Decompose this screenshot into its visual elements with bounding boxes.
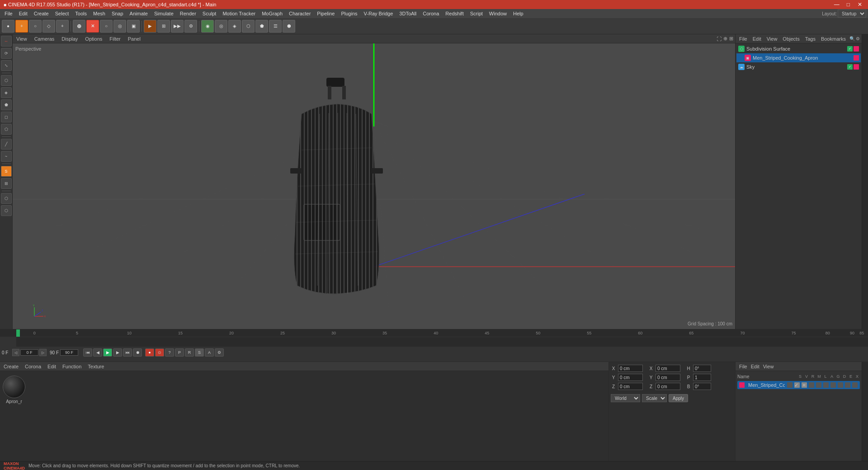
pb-help[interactable]: ?	[165, 348, 174, 357]
props-ind-m[interactable]	[809, 382, 814, 388]
mat-menu-texture[interactable]: Texture	[86, 363, 106, 370]
viewport[interactable]: Perspective	[13, 43, 735, 329]
timeline-track[interactable]	[16, 337, 868, 347]
minimize-btn[interactable]: —	[832, 1, 841, 8]
props-ind-e[interactable]	[845, 382, 850, 388]
mat-menu-function[interactable]: Function	[61, 363, 83, 370]
menu-item-plugins[interactable]: Plugins	[338, 10, 360, 17]
mat-menu-edit[interactable]: Edit	[46, 363, 58, 370]
menu-item-mograph[interactable]: MoGraph	[259, 10, 285, 17]
menu-item-animate[interactable]: Animate	[127, 10, 151, 17]
tool-paint[interactable]: ⬡	[1, 193, 12, 204]
toolbar-mode-object[interactable]: ●	[2, 20, 14, 33]
object-row-subdivision[interactable]: ⬡ Subdivision Surface ✓	[736, 44, 861, 53]
obj-menu-bookmarks[interactable]: Bookmarks	[819, 35, 848, 42]
vp-menu-options[interactable]: Options	[83, 35, 104, 42]
toolbar-display-quick[interactable]: ◈	[228, 20, 241, 33]
vp-menu-panel[interactable]: Panel	[126, 35, 142, 42]
toolbar-select-all[interactable]: ⊕	[73, 20, 85, 33]
toolbar-display-lines[interactable]: ☰	[269, 20, 282, 33]
obj-menu-objects[interactable]: Objects	[781, 35, 801, 42]
coord-input-z[interactable]	[618, 383, 643, 390]
menu-item-corona[interactable]: Corona	[420, 10, 442, 17]
menu-item-redshift[interactable]: Redshift	[443, 10, 466, 17]
tool-ring[interactable]: ◻	[1, 112, 12, 122]
window-controls[interactable]: — □ ✕	[832, 1, 864, 8]
tool-line[interactable]: ╱	[1, 139, 12, 150]
coord-input-sz[interactable]	[693, 383, 711, 390]
layout-dropdown[interactable]: Startup	[838, 9, 866, 18]
tool-polygon[interactable]: ⬡	[1, 75, 12, 86]
coord-input-h[interactable]	[656, 365, 680, 372]
menu-item-simulate[interactable]: Simulate	[151, 10, 176, 17]
mat-menu-create[interactable]: Create	[2, 363, 20, 370]
apply-button[interactable]: Apply	[669, 394, 688, 402]
pb-record-key[interactable]: ⊙	[155, 348, 164, 357]
obj-menu-file[interactable]: File	[737, 35, 749, 42]
props-menu-edit[interactable]: Edit	[749, 363, 761, 370]
props-ind-g[interactable]	[830, 382, 836, 388]
coord-input-p[interactable]	[656, 374, 680, 381]
coord-input-y[interactable]	[618, 374, 643, 381]
obj-menu-edit[interactable]: Edit	[751, 35, 763, 42]
toolbar-mode-polygons[interactable]: ◇	[42, 20, 55, 33]
pb-goto-end[interactable]: ⏭	[123, 348, 132, 357]
maximize-btn[interactable]: □	[845, 1, 852, 8]
props-ind-l[interactable]	[816, 382, 821, 388]
toolbar-rotate[interactable]: ◎	[113, 20, 126, 33]
pb-prev-frame[interactable]: ◀	[93, 348, 102, 357]
obj-ind-render[interactable]	[854, 46, 859, 52]
menu-item-script[interactable]: Script	[467, 10, 486, 17]
coord-input-x[interactable]	[618, 365, 643, 372]
menu-item-select[interactable]: Select	[52, 10, 72, 17]
world-dropdown[interactable]: World Object	[611, 394, 640, 402]
toolbar-display-wire[interactable]: ◎	[215, 20, 227, 33]
pb-play[interactable]: ▶	[103, 348, 112, 357]
coord-input-sy[interactable]	[693, 374, 711, 381]
menu-item-window[interactable]: Window	[486, 10, 509, 17]
toolbar-display-flat[interactable]: ⬢	[283, 20, 295, 33]
menu-item-pipeline[interactable]: Pipeline	[314, 10, 337, 17]
menu-item-edit[interactable]: Edit	[16, 10, 30, 17]
mat-menu-corona[interactable]: Corona	[23, 363, 43, 370]
props-ind-s[interactable]	[787, 382, 793, 388]
menu-item-help[interactable]: Help	[510, 10, 526, 17]
object-row-apron[interactable]: ▣ Men_Striped_Cooking_Apron	[736, 53, 861, 62]
toolbar-mode-uvw[interactable]: +	[56, 20, 69, 33]
toolbar-render-region[interactable]: ⊞	[157, 20, 170, 33]
obj-ind-sky-visible[interactable]: ✓	[847, 64, 853, 70]
pb-pos-key[interactable]: P	[175, 348, 184, 357]
props-menu-file[interactable]: File	[737, 363, 749, 370]
keyframe-next-btn[interactable]: ▷	[39, 349, 47, 356]
menu-item-snap[interactable]: Snap	[109, 10, 126, 17]
menu-item-motion[interactable]: Motion Tracker	[220, 10, 258, 17]
vp-menu-filter[interactable]: Filter	[108, 35, 122, 42]
close-btn[interactable]: ✕	[855, 1, 864, 8]
toolbar-display-hidden[interactable]: ⬟	[255, 20, 268, 33]
props-ind-a[interactable]	[823, 382, 829, 388]
obj-ind-apron-render[interactable]	[854, 55, 859, 61]
tool-sculpt[interactable]: ⬡	[1, 205, 12, 216]
vp-menu-cameras[interactable]: Cameras	[33, 35, 57, 42]
tool-spline[interactable]: ~	[1, 151, 12, 162]
obj-icon-1[interactable]: 🔍	[849, 36, 855, 41]
tool-move[interactable]: ↔	[1, 36, 12, 47]
keyframe-prev-btn[interactable]: ◁	[12, 349, 19, 356]
toolbar-transform[interactable]: ▣	[127, 20, 140, 33]
toolbar-render-settings[interactable]: ⚙	[184, 20, 197, 33]
menu-item-tools[interactable]: Tools	[72, 10, 90, 17]
tool-scale[interactable]: ⤡	[1, 60, 12, 71]
props-ind-x[interactable]	[852, 382, 858, 388]
menu-item-vray[interactable]: V-Ray Bridge	[361, 10, 396, 17]
tool-array[interactable]: ⊞	[1, 178, 12, 189]
menu-item-mesh[interactable]: Mesh	[90, 10, 108, 17]
toolbar-move[interactable]: ✕	[86, 20, 99, 33]
scale-dropdown[interactable]: Scale	[642, 394, 667, 402]
pb-scl-key[interactable]: S	[195, 348, 204, 357]
toolbar-render-active[interactable]: ▶▶	[171, 20, 184, 33]
pb-rot-key[interactable]: R	[185, 348, 194, 357]
vp-fit-icon[interactable]: ⛶	[717, 36, 722, 42]
menu-item-file[interactable]: File	[2, 10, 15, 17]
vp-maximize-icon[interactable]: ⊕	[723, 36, 727, 42]
menu-item-sculpt[interactable]: Sculpt	[200, 10, 219, 17]
